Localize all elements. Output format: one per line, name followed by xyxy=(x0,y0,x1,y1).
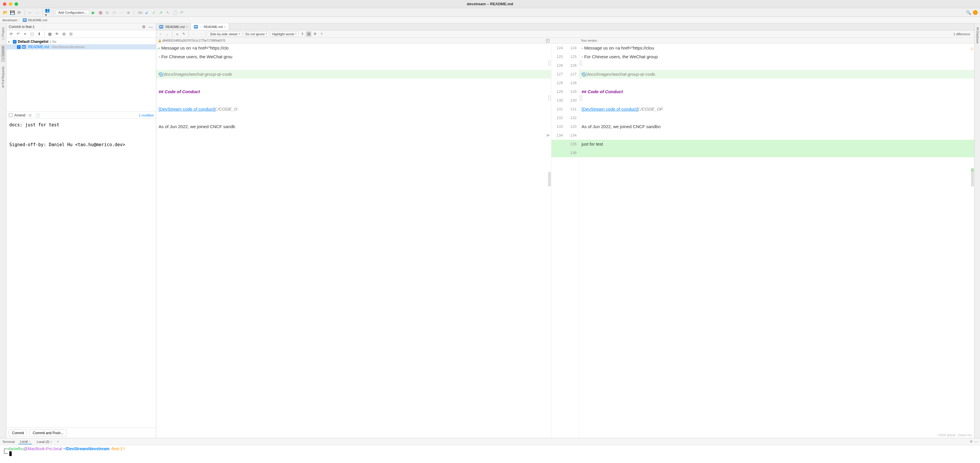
window-maximize-button[interactable] xyxy=(14,2,18,6)
git-new-branch-icon[interactable]: ↖ xyxy=(165,10,171,16)
rollback-icon[interactable]: ↶ xyxy=(15,31,21,37)
profile-icon[interactable]: ⊙ xyxy=(111,10,117,16)
editor-tab-readme[interactable]: MD README.md × xyxy=(156,23,191,30)
diff-marker[interactable] xyxy=(971,168,974,172)
fold-handle-icon[interactable] xyxy=(580,60,582,66)
open-icon[interactable]: 📂 xyxy=(2,10,8,16)
diff-right-pane[interactable]: ⚠ - Message us on <a href="https://clou … xyxy=(579,44,974,438)
close-icon[interactable]: × xyxy=(224,25,226,29)
prev-diff-icon[interactable]: ↑ xyxy=(158,32,163,37)
group-icon[interactable]: ▦ xyxy=(47,31,53,37)
help-icon[interactable]: ? xyxy=(319,32,324,37)
debug-icon[interactable]: 🐞 xyxy=(97,10,103,16)
code-line: - Message us on <a href="https://clo xyxy=(156,44,551,52)
ide-update-icon[interactable]: ↑ xyxy=(973,10,978,15)
viewer-mode-select[interactable]: Side-by-side viewer xyxy=(208,32,242,36)
pull-requests-tool-tab[interactable]: ⇄Pull Requests xyxy=(1,65,5,89)
file-checkbox[interactable] xyxy=(17,45,21,49)
chevron-down-icon[interactable]: ▾ xyxy=(8,40,12,43)
reload-icon[interactable]: ⟳ xyxy=(16,10,22,16)
sync-scroll-icon[interactable]: ⊞ xyxy=(306,32,311,37)
highlight-select[interactable]: Highlight words xyxy=(270,32,299,36)
modified-count[interactable]: 1 modified xyxy=(139,114,154,117)
fold-handle-icon[interactable] xyxy=(580,95,582,101)
forward-icon[interactable]: → xyxy=(197,32,203,37)
scrollbar-thumb[interactable] xyxy=(971,172,974,186)
git-push-icon[interactable]: ↗ xyxy=(158,10,164,16)
refresh-icon[interactable]: ⟳ xyxy=(8,31,14,37)
changelist-row[interactable]: ▾ Default Changelist 1 file xyxy=(6,39,156,44)
git-commit-icon[interactable]: ✓ xyxy=(151,10,157,16)
breadcrumb-project[interactable]: devstream xyxy=(2,18,17,22)
expand-diff-icon[interactable]: ≫ xyxy=(546,131,550,140)
terminal-tab-local-2[interactable]: Local (2)× xyxy=(35,439,54,444)
commit-button[interactable]: Commit xyxy=(9,430,27,436)
commit-message-input[interactable] xyxy=(6,119,156,428)
amend-row: Amend ⚙ 🕐 1 modified xyxy=(6,112,156,119)
terminal-panel: Terminal: Local× Local (2)× + ⚙ — ╭─dani… xyxy=(0,438,980,463)
git-history-icon[interactable]: 🕐 xyxy=(172,10,178,16)
ignore-whitespace-select[interactable]: Do not ignore xyxy=(243,32,269,36)
changelist-icon[interactable]: ▢ xyxy=(29,31,35,37)
save-icon[interactable]: 💾 xyxy=(10,10,15,16)
search-icon[interactable]: 🔍 xyxy=(966,10,971,16)
settings-icon[interactable]: ⚙ xyxy=(312,32,318,37)
collapse-icon[interactable]: ⊟ xyxy=(68,31,74,37)
commit-and-push-button[interactable]: Commit and Push... xyxy=(29,430,67,436)
avatar-icon[interactable]: 👥▾ xyxy=(45,10,51,16)
fold-handle-icon[interactable] xyxy=(548,60,550,66)
run-config-select[interactable]: Add Configuration... xyxy=(56,10,89,15)
window-close-button[interactable] xyxy=(3,2,6,6)
sync-icon[interactable]: ⎋ xyxy=(175,32,180,37)
collapse-unchanged-icon[interactable]: ⇕ xyxy=(300,32,305,37)
amend-checkbox[interactable] xyxy=(9,113,13,117)
diff-left-pane[interactable]: ✓ - Message us on <a href="https://clo -… xyxy=(156,44,551,438)
terminal-body[interactable]: ╭─danielhu@MacBook-Pro.local ~/DevStream… xyxy=(0,445,980,463)
readonly-checkbox[interactable]: ✓ xyxy=(546,39,549,43)
forward-icon[interactable]: → xyxy=(34,10,40,16)
close-icon[interactable]: × xyxy=(186,25,188,29)
code-line xyxy=(579,61,974,70)
lock-icon: 🔒 xyxy=(158,39,161,42)
changelist-checkbox[interactable] xyxy=(13,40,17,44)
coverage-icon[interactable]: ⊕ xyxy=(104,10,110,16)
diff-icon[interactable]: ≡ xyxy=(22,31,28,37)
gear-icon[interactable]: ⚙ xyxy=(970,440,973,444)
view-options-icon[interactable]: 👁 xyxy=(54,31,60,37)
edit-icon[interactable]: ✎ xyxy=(181,32,186,37)
back-icon[interactable]: ← xyxy=(27,10,33,16)
changed-file-row[interactable]: MD README.md ~/DevStream/devstream xyxy=(6,44,156,49)
terminal-tab-local[interactable]: Local× xyxy=(18,439,32,444)
hide-panel-icon[interactable]: — xyxy=(148,24,154,30)
commit-tool-tab[interactable]: ✓Commit xyxy=(1,44,5,62)
window-minimize-button[interactable] xyxy=(9,2,12,6)
code-line: [DevStream code of conduct](./CODE_O xyxy=(156,105,551,114)
git-update-icon[interactable]: ↙ xyxy=(144,10,150,16)
project-tool-tab[interactable]: ▢Project xyxy=(1,25,5,42)
next-diff-icon[interactable]: ↓ xyxy=(164,32,170,37)
hide-panel-icon[interactable]: — xyxy=(974,440,978,444)
run-icon[interactable]: ▶ xyxy=(91,10,96,16)
git-rollback-icon[interactable]: ↶ xyxy=(179,10,185,16)
close-icon[interactable]: × xyxy=(50,440,52,444)
code-line: - Message us on <a href="https://clou xyxy=(579,44,974,52)
close-icon[interactable]: × xyxy=(29,440,30,443)
diff-content: ✓ - Message us on <a href="https://clo -… xyxy=(156,44,974,438)
scrollbar-thumb[interactable] xyxy=(548,172,551,186)
database-tool-tab[interactable]: 🗄 Database xyxy=(975,25,980,46)
gear-icon[interactable]: ⚙ xyxy=(27,113,33,118)
stop-icon[interactable]: ■ xyxy=(125,10,131,16)
gear-icon[interactable]: ⚙ xyxy=(141,24,146,30)
difference-count: 1 difference xyxy=(953,32,970,36)
diff-filebar: 🔒 d64093154f92a2637670c1c1775e71788f9a63… xyxy=(156,38,974,44)
history-icon[interactable]: 🕐 xyxy=(35,113,41,118)
shelve-icon[interactable]: ⬇ xyxy=(36,31,42,37)
fold-handle-icon[interactable] xyxy=(548,95,550,101)
back-icon[interactable]: ← xyxy=(191,32,196,37)
add-terminal-icon[interactable]: + xyxy=(57,439,59,444)
editor-tab-readme-diff[interactable]: MD → README.md × xyxy=(191,23,229,30)
attach-icon[interactable]: ⋯ xyxy=(118,10,124,16)
breadcrumb-file[interactable]: README.md xyxy=(28,18,47,22)
expand-icon[interactable]: ⊞ xyxy=(61,31,67,37)
diff-badge-icon: → xyxy=(200,25,203,28)
